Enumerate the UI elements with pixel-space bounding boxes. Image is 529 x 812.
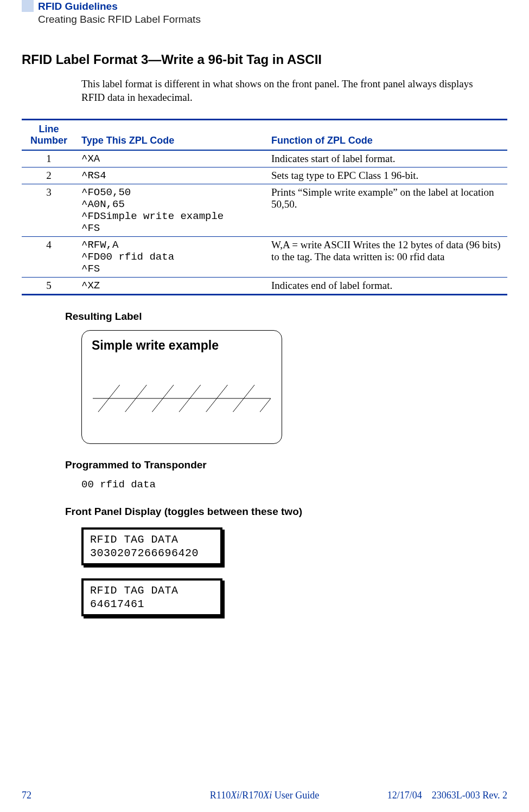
cell-code: ^FO50,50 ^A0N,65 ^FDSimple write example… bbox=[76, 184, 266, 236]
panel-line: 3030207266696420 bbox=[90, 546, 214, 560]
cell-line: 4 bbox=[22, 236, 76, 277]
cell-func: Indicates start of label format. bbox=[266, 150, 507, 167]
zpl-code-table: Line Number Type This ZPL Code Function … bbox=[22, 119, 507, 295]
page-header: RFID Guidelines Creating Basic RFID Labe… bbox=[22, 0, 507, 26]
programmed-heading: Programmed to Transponder bbox=[65, 459, 507, 471]
col-header-line: Line Number bbox=[22, 119, 76, 150]
section-title: RFID Label Format 3—Write a 96-bit Tag i… bbox=[22, 52, 507, 67]
panel-line: RFID TAG DATA bbox=[90, 533, 214, 546]
resulting-label-heading: Resulting Label bbox=[65, 311, 507, 323]
cell-code: ^XA bbox=[76, 150, 266, 167]
table-row: 5 ^XZ Indicates end of label format. bbox=[22, 277, 507, 294]
front-panel-display-1: RFID TAG DATA 3030207266696420 bbox=[81, 527, 222, 565]
cell-func: Indicates end of label format. bbox=[266, 277, 507, 294]
table-row: 3 ^FO50,50 ^A0N,65 ^FDSimple write examp… bbox=[22, 184, 507, 236]
table-row: 4 ^RFW,A ^FD00 rfid data ^FS W,A = write… bbox=[22, 236, 507, 277]
header-title: RFID Guidelines bbox=[38, 0, 201, 13]
footer-right: 12/17/0423063L-003 Rev. 2 bbox=[387, 790, 507, 801]
table-row: 1 ^XA Indicates start of label format. bbox=[22, 150, 507, 167]
col-header-code: Type This ZPL Code bbox=[76, 119, 266, 150]
programmed-value: 00 rfid data bbox=[81, 479, 507, 491]
page-number: 72 bbox=[22, 790, 31, 801]
label-preview-text: Simple write example bbox=[92, 338, 272, 353]
label-preview: Simple write example bbox=[81, 330, 282, 444]
header-subtitle: Creating Basic RFID Label Formats bbox=[38, 13, 201, 26]
cell-line: 1 bbox=[22, 150, 76, 167]
page-footer: 72 R110Xi/R170Xi User Guide 12/17/042306… bbox=[0, 790, 529, 801]
svg-line-7 bbox=[260, 398, 271, 412]
cell-func: Sets tag type to EPC Class 1 96-bit. bbox=[266, 167, 507, 184]
footer-center: R110Xi/R170Xi User Guide bbox=[210, 790, 319, 801]
rfid-inlay-graphic bbox=[93, 382, 271, 415]
header-accent-square bbox=[22, 0, 34, 12]
front-panel-display-2: RFID TAG DATA 64617461 bbox=[81, 578, 222, 616]
cell-code: ^RS4 bbox=[76, 167, 266, 184]
cell-line: 2 bbox=[22, 167, 76, 184]
table-row: 2 ^RS4 Sets tag type to EPC Class 1 96-b… bbox=[22, 167, 507, 184]
panel-line: RFID TAG DATA bbox=[90, 584, 214, 597]
cell-line: 3 bbox=[22, 184, 76, 236]
cell-code: ^XZ bbox=[76, 277, 266, 294]
col-header-func: Function of ZPL Code bbox=[266, 119, 507, 150]
cell-func: W,A = write ASCII Writes the 12 bytes of… bbox=[266, 236, 507, 277]
front-panel-heading: Front Panel Display (toggles between the… bbox=[65, 506, 507, 518]
cell-code: ^RFW,A ^FD00 rfid data ^FS bbox=[76, 236, 266, 277]
panel-line: 64617461 bbox=[90, 597, 214, 611]
cell-line: 5 bbox=[22, 277, 76, 294]
intro-paragraph: This label format is different in what s… bbox=[81, 77, 496, 105]
cell-func: Prints “Simple write example” on the lab… bbox=[266, 184, 507, 236]
